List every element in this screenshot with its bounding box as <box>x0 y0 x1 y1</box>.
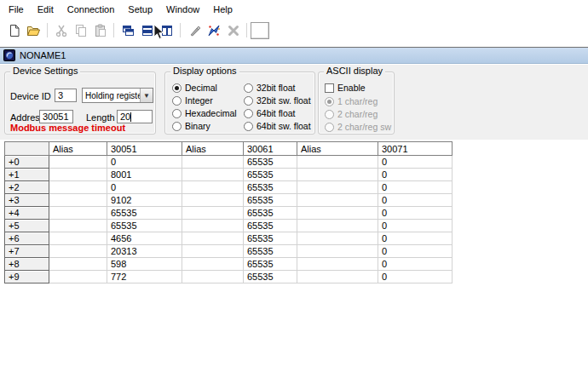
connect-button[interactable] <box>204 20 223 40</box>
new-file-button[interactable] <box>4 20 24 40</box>
cell-value[interactable]: 65535 <box>244 194 297 207</box>
cell-alias[interactable] <box>297 220 378 232</box>
radio-icon[interactable] <box>172 122 182 131</box>
cell-alias[interactable] <box>49 207 107 220</box>
cell-alias[interactable] <box>297 169 378 181</box>
table-row[interactable]: +4 65535 65535 0 <box>5 207 453 220</box>
cell-alias[interactable] <box>297 258 378 271</box>
cell-value[interactable]: 0 <box>378 156 453 169</box>
table-row[interactable]: +5 65535 65535 0 <box>5 220 453 232</box>
cell-value[interactable]: 8001 <box>107 169 182 181</box>
cell-value[interactable]: 9102 <box>107 194 182 207</box>
length-input[interactable]: 20 <box>117 110 153 123</box>
cell-alias[interactable] <box>49 156 107 169</box>
cell-alias[interactable] <box>297 194 378 207</box>
table-row[interactable]: +0 0 65535 0 <box>5 156 453 169</box>
cell-alias[interactable] <box>297 207 378 220</box>
cell-alias[interactable] <box>182 232 244 245</box>
checkbox-icon[interactable] <box>325 83 334 93</box>
open-file-button[interactable] <box>24 20 43 40</box>
cell-alias[interactable] <box>49 194 107 207</box>
pointer-tool-button[interactable] <box>184 20 204 40</box>
cell-value[interactable]: 65535 <box>244 232 297 245</box>
cell-value[interactable]: 65535 <box>107 207 182 220</box>
address-input[interactable]: 30051 <box>39 110 73 123</box>
radio-icon[interactable] <box>244 122 253 131</box>
cell-alias[interactable] <box>49 271 107 284</box>
cell-alias[interactable] <box>182 207 244 220</box>
cell-value[interactable]: 0 <box>107 156 182 169</box>
radio-icon[interactable] <box>244 96 253 106</box>
cell-value[interactable]: 65535 <box>244 181 297 194</box>
cell-value[interactable]: 65535 <box>244 220 297 232</box>
cell-alias[interactable] <box>49 245 107 258</box>
cell-value[interactable]: 0 <box>378 181 453 194</box>
cell-alias[interactable] <box>182 258 244 271</box>
menu-help[interactable]: Help <box>206 1 239 18</box>
cell-value[interactable]: 0 <box>378 194 453 207</box>
cell-value[interactable]: 65535 <box>244 245 297 258</box>
menu-edit[interactable]: Edit <box>31 1 61 18</box>
cell-alias[interactable] <box>297 245 378 258</box>
cell-value[interactable]: 0 <box>107 181 182 194</box>
cell-alias[interactable] <box>49 232 107 245</box>
radio-binary[interactable]: Binary <box>172 121 210 131</box>
radio-icon[interactable] <box>244 109 253 118</box>
table-row[interactable]: +9 772 65535 0 <box>5 271 453 284</box>
table-row[interactable]: +1 8001 65535 0 <box>5 169 453 181</box>
menu-window[interactable]: Window <box>159 1 206 18</box>
radio-integer[interactable]: Integer <box>172 95 213 106</box>
row-header[interactable]: +9 <box>5 271 49 284</box>
chevron-down-icon[interactable]: ▼ <box>140 89 153 102</box>
radio-64bit-float[interactable]: 64bit float <box>244 108 296 118</box>
radio-icon[interactable] <box>172 109 182 118</box>
row-header[interactable]: +4 <box>5 207 49 220</box>
row-header[interactable]: +1 <box>5 169 49 181</box>
menu-setup[interactable]: Setup <box>121 1 159 18</box>
cell-value[interactable]: 65535 <box>244 271 297 284</box>
device-id-input[interactable]: 3 <box>55 89 77 102</box>
radio-icon[interactable] <box>172 83 182 93</box>
radio-32bit-float[interactable]: 32bit float <box>244 83 296 93</box>
register-type-select[interactable]: Holding registers ▼ <box>82 88 153 103</box>
cell-alias[interactable] <box>182 169 244 181</box>
cell-alias[interactable] <box>182 156 244 169</box>
row-header[interactable]: +0 <box>5 156 49 169</box>
radio-decimal[interactable]: Decimal <box>172 83 217 93</box>
cell-value[interactable]: 4656 <box>107 232 182 245</box>
table-row[interactable]: +7 20313 65535 0 <box>5 245 453 258</box>
cascade-windows-button[interactable] <box>118 20 137 40</box>
table-row[interactable]: +2 0 65535 0 <box>5 181 453 194</box>
cell-value[interactable]: 772 <box>107 271 182 284</box>
blank-button[interactable] <box>251 22 269 39</box>
table-row[interactable]: +8 598 65535 0 <box>5 258 453 271</box>
row-header[interactable]: +2 <box>5 181 49 194</box>
cell-alias[interactable] <box>182 245 244 258</box>
row-header[interactable]: +8 <box>5 258 49 271</box>
cell-alias[interactable] <box>49 169 107 181</box>
cell-value[interactable]: 65535 <box>107 220 182 232</box>
cell-alias[interactable] <box>297 156 378 169</box>
cell-value[interactable]: 0 <box>378 271 453 284</box>
cell-value[interactable]: 20313 <box>107 245 182 258</box>
radio-64bit-sw-float[interactable]: 64bit sw. float <box>244 121 311 131</box>
radio-32bit-sw-float[interactable]: 32bit sw. float <box>244 95 311 106</box>
cell-value[interactable]: 598 <box>107 258 182 271</box>
radio-hexadecimal[interactable]: Hexadecimal <box>172 108 237 118</box>
cell-value[interactable]: 0 <box>378 245 453 258</box>
table-row[interactable]: +3 9102 65535 0 <box>5 194 453 207</box>
radio-icon[interactable] <box>244 83 253 93</box>
row-header[interactable]: +3 <box>5 194 49 207</box>
row-header[interactable]: +7 <box>5 245 49 258</box>
cell-alias[interactable] <box>182 194 244 207</box>
cell-value[interactable]: 65535 <box>244 258 297 271</box>
radio-icon[interactable] <box>172 96 182 106</box>
cell-alias[interactable] <box>297 181 378 194</box>
menu-file[interactable]: File <box>2 1 31 18</box>
cell-alias[interactable] <box>182 271 244 284</box>
cell-value[interactable]: 0 <box>378 232 453 245</box>
checkbox-enable[interactable]: Enable <box>325 83 366 93</box>
cell-value[interactable]: 65535 <box>244 169 297 181</box>
cell-value[interactable]: 0 <box>378 169 453 181</box>
cell-alias[interactable] <box>182 220 244 232</box>
